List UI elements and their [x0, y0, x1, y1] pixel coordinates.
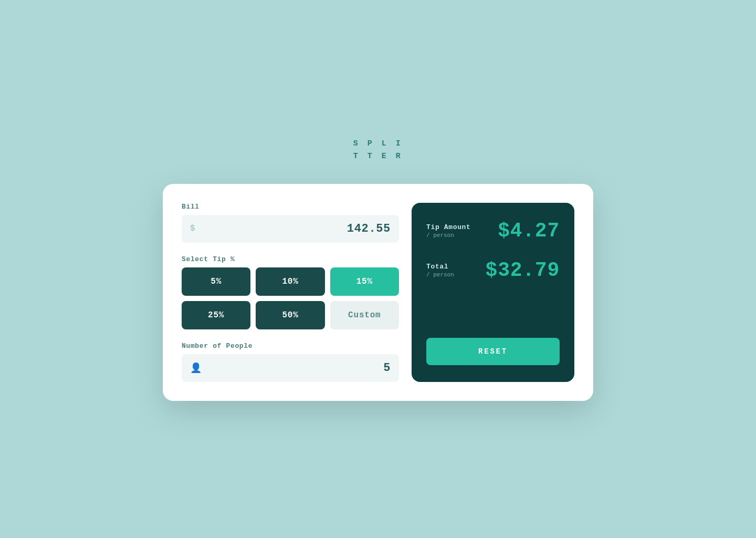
tip-label: Select Tip %	[182, 255, 399, 263]
app-title: S P L I T T E R	[353, 138, 403, 163]
tip-btn-15[interactable]: 15%	[330, 267, 399, 296]
tip-buttons-grid: 5% 10% 15% 25% 50% Custom	[182, 267, 399, 329]
bill-section: Bill $ 142.55	[182, 203, 399, 243]
dollar-icon: $	[190, 224, 195, 233]
right-panel: Tip Amount / person $4.27 Total / person…	[412, 203, 574, 382]
total-result-row: Total / person $32.79	[426, 259, 560, 282]
people-section: Number of People 👤 5	[182, 342, 399, 382]
tip-result-label: Tip Amount / person	[426, 223, 471, 239]
left-panel: Bill $ 142.55 Select Tip % 5% 10% 15% 25…	[182, 203, 399, 382]
bill-input-wrapper: $ 142.55	[182, 215, 399, 243]
tip-result-row: Tip Amount / person $4.27	[426, 220, 560, 242]
reset-button[interactable]: RESET	[426, 338, 560, 365]
total-result-label: Total / person	[426, 263, 454, 278]
person-icon: 👤	[190, 362, 202, 374]
results-section: Tip Amount / person $4.27 Total / person…	[426, 220, 560, 282]
bill-value: 142.55	[201, 222, 391, 235]
tip-btn-10[interactable]: 10%	[256, 267, 324, 296]
total-result-label-sub: / person	[426, 272, 454, 278]
tip-btn-5[interactable]: 5%	[182, 267, 250, 296]
total-result-value: $32.79	[486, 259, 560, 282]
tip-btn-50[interactable]: 50%	[256, 301, 324, 329]
main-card: Bill $ 142.55 Select Tip % 5% 10% 15% 25…	[163, 184, 593, 401]
tip-result-label-sub: / person	[426, 232, 471, 239]
people-input-wrapper: 👤 5	[182, 354, 399, 382]
people-value: 5	[207, 361, 391, 375]
total-result-label-main: Total	[426, 263, 454, 271]
tip-result-label-main: Tip Amount	[426, 223, 471, 231]
tip-btn-25[interactable]: 25%	[182, 301, 250, 329]
tip-result-value: $4.27	[498, 220, 560, 242]
tip-btn-custom[interactable]: Custom	[330, 301, 399, 329]
bill-label: Bill	[182, 203, 399, 211]
tip-section: Select Tip % 5% 10% 15% 25% 50% Custom	[182, 255, 399, 329]
people-label: Number of People	[182, 342, 399, 350]
